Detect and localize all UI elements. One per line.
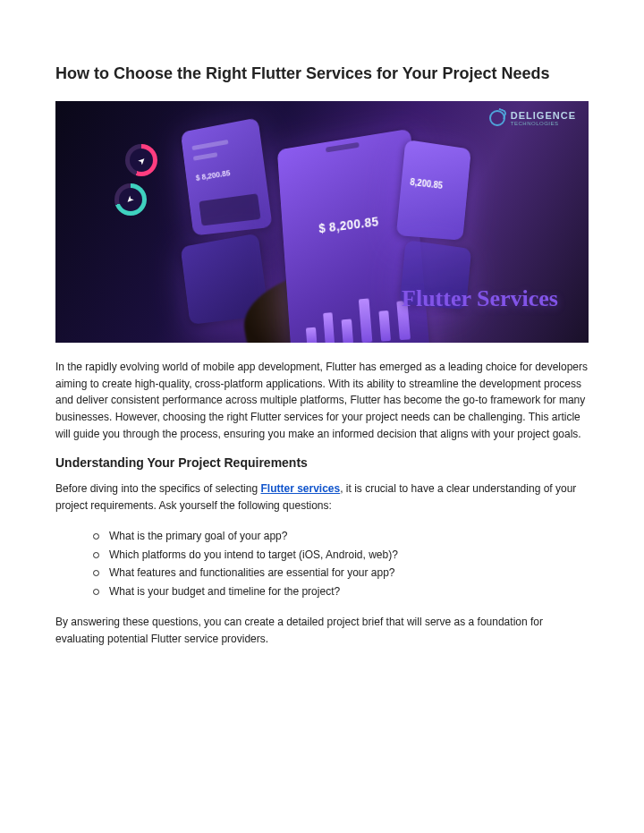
flutter-services-link[interactable]: Flutter services bbox=[260, 482, 340, 495]
intro-paragraph: In the rapidly evolving world of mobile … bbox=[55, 359, 589, 442]
section-heading: Understanding Your Project Requirements bbox=[55, 455, 589, 470]
list-item: What features and functionalities are es… bbox=[109, 564, 589, 582]
brand-subtitle: TECHNOLOGIES bbox=[511, 121, 576, 126]
list-item: What is your budget and timeline for the… bbox=[109, 582, 589, 600]
brand-text: DELIGENCE TECHNOLOGIES bbox=[511, 111, 576, 126]
brand-name: DELIGENCE bbox=[511, 111, 576, 121]
brand-icon bbox=[489, 110, 505, 126]
text-fragment: Before diving into the specifics of sele… bbox=[55, 482, 260, 495]
progress-ring-up-icon: ➤ bbox=[125, 144, 157, 176]
progress-ring-down-icon: ➤ bbox=[114, 183, 147, 216]
brand-logo: DELIGENCE TECHNOLOGIES bbox=[489, 110, 576, 126]
list-item: Which platforms do you intend to target … bbox=[109, 546, 589, 564]
hero-image: DELIGENCE TECHNOLOGIES ➤ ➤ $ 8,200.85 $ … bbox=[55, 101, 589, 343]
hero-caption: Flutter Services bbox=[402, 285, 558, 312]
article-title: How to Choose the Right Flutter Services… bbox=[55, 63, 589, 85]
phone-amount: $ 8,200.85 bbox=[318, 214, 379, 235]
section-paragraph: By answering these questions, you can cr… bbox=[55, 614, 589, 647]
list-item: What is the primary goal of your app? bbox=[109, 527, 589, 545]
requirements-list: What is the primary goal of your app? Wh… bbox=[55, 527, 589, 600]
floating-card-right-top: 8,200.85 bbox=[396, 140, 471, 241]
section-paragraph: Before diving into the specifics of sele… bbox=[55, 480, 589, 514]
floating-card-left-top: $ 8,200.85 bbox=[181, 118, 273, 236]
card-amount: $ 8,200.85 bbox=[195, 168, 231, 183]
card-amount: 8,200.85 bbox=[410, 177, 443, 191]
